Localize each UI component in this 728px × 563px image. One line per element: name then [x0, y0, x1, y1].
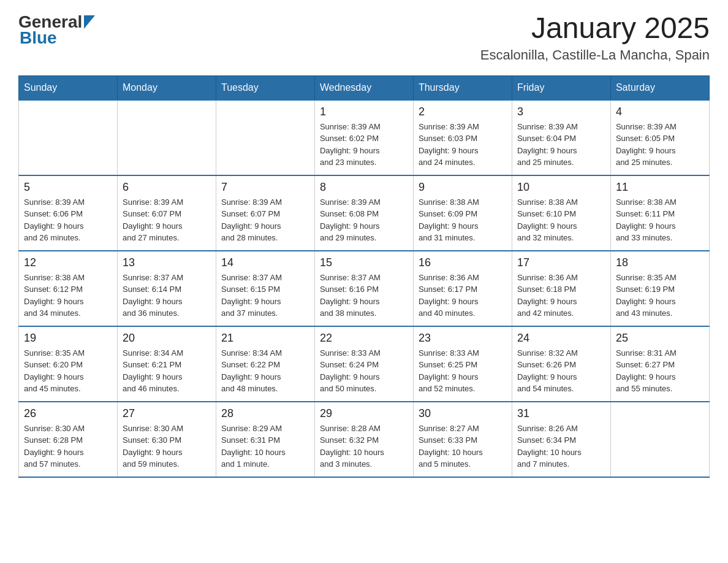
day-info: Sunrise: 8:39 AM Sunset: 6:05 PM Dayligh…: [616, 121, 704, 169]
calendar-week-1: 1Sunrise: 8:39 AM Sunset: 6:02 PM Daylig…: [19, 100, 710, 175]
day-info: Sunrise: 8:27 AM Sunset: 6:33 PM Dayligh…: [419, 423, 507, 470]
day-number: 13: [123, 256, 211, 269]
day-info: Sunrise: 8:39 AM Sunset: 6:07 PM Dayligh…: [221, 196, 309, 244]
day-info: Sunrise: 8:39 AM Sunset: 6:02 PM Dayligh…: [320, 121, 408, 169]
logo: General Blue: [18, 12, 95, 48]
column-header-friday: Friday: [512, 75, 610, 100]
day-info: Sunrise: 8:35 AM Sunset: 6:20 PM Dayligh…: [24, 347, 112, 395]
day-number: 24: [517, 332, 605, 345]
day-info: Sunrise: 8:36 AM Sunset: 6:17 PM Dayligh…: [419, 272, 507, 320]
calendar-cell: 20Sunrise: 8:34 AM Sunset: 6:21 PM Dayli…: [117, 326, 216, 402]
day-number: 22: [320, 332, 408, 345]
page-header: General Blue January 2025 Escalonilla, C…: [18, 12, 710, 63]
day-info: Sunrise: 8:34 AM Sunset: 6:22 PM Dayligh…: [221, 347, 309, 395]
day-number: 20: [123, 332, 211, 345]
day-number: 18: [616, 256, 704, 269]
day-number: 31: [517, 407, 605, 420]
day-info: Sunrise: 8:28 AM Sunset: 6:32 PM Dayligh…: [320, 423, 408, 470]
calendar-cell: [216, 100, 314, 175]
title-section: January 2025 Escalonilla, Castille-La Ma…: [480, 12, 710, 63]
day-info: Sunrise: 8:39 AM Sunset: 6:08 PM Dayligh…: [320, 196, 408, 244]
day-number: 23: [419, 332, 507, 345]
calendar-cell: 8Sunrise: 8:39 AM Sunset: 6:08 PM Daylig…: [314, 175, 413, 251]
day-info: Sunrise: 8:35 AM Sunset: 6:19 PM Dayligh…: [616, 272, 704, 320]
day-info: Sunrise: 8:38 AM Sunset: 6:10 PM Dayligh…: [517, 196, 605, 244]
column-header-monday: Monday: [117, 75, 216, 100]
day-number: 12: [24, 256, 112, 269]
day-number: 11: [616, 181, 704, 194]
day-number: 7: [221, 181, 309, 194]
day-number: 29: [320, 407, 408, 420]
location-title: Escalonilla, Castille-La Mancha, Spain: [480, 47, 710, 63]
day-info: Sunrise: 8:38 AM Sunset: 6:12 PM Dayligh…: [24, 272, 112, 320]
calendar-week-5: 26Sunrise: 8:30 AM Sunset: 6:28 PM Dayli…: [19, 402, 710, 477]
day-info: Sunrise: 8:26 AM Sunset: 6:34 PM Dayligh…: [517, 423, 605, 470]
day-info: Sunrise: 8:39 AM Sunset: 6:06 PM Dayligh…: [24, 196, 112, 244]
calendar-cell: 1Sunrise: 8:39 AM Sunset: 6:02 PM Daylig…: [314, 100, 413, 175]
day-info: Sunrise: 8:38 AM Sunset: 6:09 PM Dayligh…: [419, 196, 507, 244]
day-number: 6: [123, 181, 211, 194]
calendar-cell: [19, 100, 118, 175]
column-header-thursday: Thursday: [413, 75, 512, 100]
day-number: 25: [616, 332, 704, 345]
day-number: 27: [123, 407, 211, 420]
day-info: Sunrise: 8:39 AM Sunset: 6:07 PM Dayligh…: [123, 196, 211, 244]
calendar-cell: 4Sunrise: 8:39 AM Sunset: 6:05 PM Daylig…: [610, 100, 709, 175]
day-number: 21: [221, 332, 309, 345]
svg-marker-0: [84, 15, 95, 29]
day-number: 30: [419, 407, 507, 420]
calendar-cell: 24Sunrise: 8:32 AM Sunset: 6:26 PM Dayli…: [512, 326, 610, 402]
day-info: Sunrise: 8:29 AM Sunset: 6:31 PM Dayligh…: [221, 423, 309, 470]
day-info: Sunrise: 8:34 AM Sunset: 6:21 PM Dayligh…: [123, 347, 211, 395]
day-info: Sunrise: 8:32 AM Sunset: 6:26 PM Dayligh…: [517, 347, 605, 395]
logo-arrow-icon: [84, 15, 95, 29]
calendar-cell: 31Sunrise: 8:26 AM Sunset: 6:34 PM Dayli…: [512, 402, 610, 477]
day-info: Sunrise: 8:31 AM Sunset: 6:27 PM Dayligh…: [616, 347, 704, 395]
day-number: 2: [419, 105, 507, 118]
day-info: Sunrise: 8:30 AM Sunset: 6:30 PM Dayligh…: [123, 423, 211, 470]
calendar-cell: 23Sunrise: 8:33 AM Sunset: 6:25 PM Dayli…: [413, 326, 512, 402]
calendar-cell: 11Sunrise: 8:38 AM Sunset: 6:11 PM Dayli…: [610, 175, 709, 251]
calendar-cell: 13Sunrise: 8:37 AM Sunset: 6:14 PM Dayli…: [117, 251, 216, 326]
day-info: Sunrise: 8:30 AM Sunset: 6:28 PM Dayligh…: [24, 423, 112, 470]
calendar-cell: 16Sunrise: 8:36 AM Sunset: 6:17 PM Dayli…: [413, 251, 512, 326]
calendar-cell: 3Sunrise: 8:39 AM Sunset: 6:04 PM Daylig…: [512, 100, 610, 175]
calendar-cell: [117, 100, 216, 175]
calendar-header-row: SundayMondayTuesdayWednesdayThursdayFrid…: [19, 75, 710, 100]
day-number: 9: [419, 181, 507, 194]
day-number: 19: [24, 332, 112, 345]
calendar-week-3: 12Sunrise: 8:38 AM Sunset: 6:12 PM Dayli…: [19, 251, 710, 326]
calendar-cell: 2Sunrise: 8:39 AM Sunset: 6:03 PM Daylig…: [413, 100, 512, 175]
calendar-cell: 5Sunrise: 8:39 AM Sunset: 6:06 PM Daylig…: [19, 175, 118, 251]
calendar-cell: [610, 402, 709, 477]
calendar-cell: 27Sunrise: 8:30 AM Sunset: 6:30 PM Dayli…: [117, 402, 216, 477]
day-info: Sunrise: 8:39 AM Sunset: 6:04 PM Dayligh…: [517, 121, 605, 169]
day-number: 17: [517, 256, 605, 269]
day-info: Sunrise: 8:37 AM Sunset: 6:15 PM Dayligh…: [221, 272, 309, 320]
day-number: 26: [24, 407, 112, 420]
calendar-cell: 12Sunrise: 8:38 AM Sunset: 6:12 PM Dayli…: [19, 251, 118, 326]
calendar-cell: 9Sunrise: 8:38 AM Sunset: 6:09 PM Daylig…: [413, 175, 512, 251]
day-info: Sunrise: 8:37 AM Sunset: 6:14 PM Dayligh…: [123, 272, 211, 320]
day-number: 14: [221, 256, 309, 269]
calendar-cell: 6Sunrise: 8:39 AM Sunset: 6:07 PM Daylig…: [117, 175, 216, 251]
day-number: 10: [517, 181, 605, 194]
day-info: Sunrise: 8:39 AM Sunset: 6:03 PM Dayligh…: [419, 121, 507, 169]
day-info: Sunrise: 8:33 AM Sunset: 6:25 PM Dayligh…: [419, 347, 507, 395]
day-number: 1: [320, 105, 408, 118]
calendar-cell: 29Sunrise: 8:28 AM Sunset: 6:32 PM Dayli…: [314, 402, 413, 477]
calendar-cell: 28Sunrise: 8:29 AM Sunset: 6:31 PM Dayli…: [216, 402, 314, 477]
day-info: Sunrise: 8:38 AM Sunset: 6:11 PM Dayligh…: [616, 196, 704, 244]
day-info: Sunrise: 8:37 AM Sunset: 6:16 PM Dayligh…: [320, 272, 408, 320]
calendar-cell: 19Sunrise: 8:35 AM Sunset: 6:20 PM Dayli…: [19, 326, 118, 402]
day-number: 3: [517, 105, 605, 118]
day-info: Sunrise: 8:33 AM Sunset: 6:24 PM Dayligh…: [320, 347, 408, 395]
calendar-cell: 10Sunrise: 8:38 AM Sunset: 6:10 PM Dayli…: [512, 175, 610, 251]
day-number: 28: [221, 407, 309, 420]
column-header-tuesday: Tuesday: [216, 75, 314, 100]
calendar-cell: 17Sunrise: 8:36 AM Sunset: 6:18 PM Dayli…: [512, 251, 610, 326]
column-header-sunday: Sunday: [19, 75, 118, 100]
day-number: 15: [320, 256, 408, 269]
calendar-cell: 14Sunrise: 8:37 AM Sunset: 6:15 PM Dayli…: [216, 251, 314, 326]
calendar-cell: 15Sunrise: 8:37 AM Sunset: 6:16 PM Dayli…: [314, 251, 413, 326]
